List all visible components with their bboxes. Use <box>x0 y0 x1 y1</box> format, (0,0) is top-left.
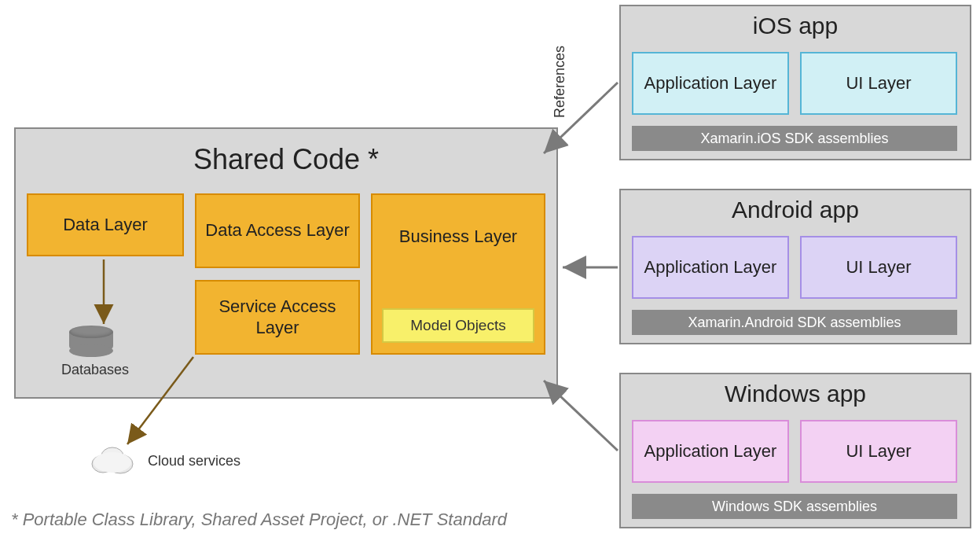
android-title: Android app <box>621 190 970 228</box>
data-access-layer-box: Data Access Layer <box>195 193 360 268</box>
data-access-layer-label: Data Access Layer <box>205 220 349 241</box>
windows-app-layer-box: Application Layer <box>632 420 789 483</box>
business-layer-label: Business Layer <box>399 226 517 247</box>
windows-title: Windows app <box>621 374 970 412</box>
ios-panel: iOS app Application Layer UI Layer Xamar… <box>619 5 971 160</box>
android-sdk-label: Xamarin.Android SDK assemblies <box>688 315 901 331</box>
model-objects-label: Model Objects <box>410 317 505 335</box>
ios-app-layer-box: Application Layer <box>632 52 789 115</box>
shared-code-panel: Shared Code * Data Layer Data Access Lay… <box>14 127 558 399</box>
windows-ui-layer-label: UI Layer <box>846 441 911 462</box>
database-icon <box>69 326 113 357</box>
android-app-layer-box: Application Layer <box>632 236 789 299</box>
windows-ui-layer-box: UI Layer <box>800 420 957 483</box>
ios-sdk-bar: Xamarin.iOS SDK assemblies <box>632 126 957 151</box>
ios-ui-layer-box: UI Layer <box>800 52 957 115</box>
footnote: * Portable Class Library, Shared Asset P… <box>11 510 507 530</box>
data-layer-label: Data Layer <box>63 215 148 235</box>
model-objects-box: Model Objects <box>382 308 534 343</box>
shared-code-title: Shared Code * <box>16 129 556 184</box>
svg-point-3 <box>94 452 131 473</box>
databases-label: Databases <box>61 362 129 378</box>
windows-sdk-label: Windows SDK assemblies <box>712 499 877 515</box>
service-access-layer-label: Service Access Layer <box>204 296 351 338</box>
windows-app-layer-label: Application Layer <box>644 441 777 462</box>
cloud-services-label: Cloud services <box>148 453 240 469</box>
ios-sdk-label: Xamarin.iOS SDK assemblies <box>700 131 888 147</box>
android-ui-layer-label: UI Layer <box>846 257 911 278</box>
windows-sdk-bar: Windows SDK assemblies <box>632 494 957 519</box>
cloud-icon <box>90 443 134 478</box>
ios-ui-layer-label: UI Layer <box>846 73 911 94</box>
android-ui-layer-box: UI Layer <box>800 236 957 299</box>
ios-app-layer-label: Application Layer <box>644 73 777 94</box>
android-sdk-bar: Xamarin.Android SDK assemblies <box>632 310 957 335</box>
ios-title: iOS app <box>621 6 970 44</box>
references-label: References <box>552 46 568 118</box>
android-app-layer-label: Application Layer <box>644 257 777 278</box>
windows-panel: Windows app Application Layer UI Layer W… <box>619 373 971 528</box>
service-access-layer-box: Service Access Layer <box>195 280 360 355</box>
android-panel: Android app Application Layer UI Layer X… <box>619 189 971 344</box>
data-layer-box: Data Layer <box>27 193 184 256</box>
